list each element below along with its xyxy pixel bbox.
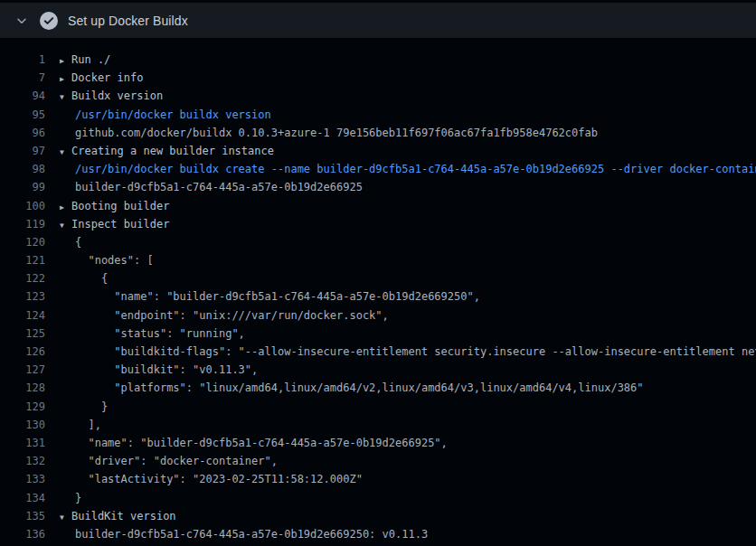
- line-number[interactable]: 95: [0, 106, 45, 124]
- log-line: 1 ▶Run ./: [0, 51, 756, 69]
- log-line: 130 ],: [0, 416, 756, 434]
- log-line: 136 builder-d9cfb5a1-c764-445a-a57e-0b19…: [0, 525, 756, 543]
- log-line: 128 "platforms": "linux/amd64,linux/amd6…: [0, 379, 756, 397]
- group-title[interactable]: Creating a new builder instance: [71, 145, 274, 157]
- line-number[interactable]: 136: [0, 525, 45, 543]
- line-number[interactable]: 94: [0, 87, 45, 105]
- group-collapse-icon[interactable]: ▼: [60, 89, 71, 105]
- line-number[interactable]: 97: [0, 142, 45, 160]
- line-content: ▼Buildx version: [45, 87, 756, 105]
- line-number[interactable]: 135: [0, 507, 45, 525]
- log-line: 123 "name": "builder-d9cfb5a1-c764-445a-…: [0, 287, 756, 306]
- log-line: 133 "lastActivity": "2023-02-25T11:58:12…: [0, 470, 756, 488]
- log-line: 134 }: [0, 489, 756, 507]
- group-title[interactable]: Booting builder: [71, 200, 169, 212]
- line-number[interactable]: 132: [0, 452, 45, 470]
- log-line-text: "nodes": [: [45, 251, 756, 269]
- line-number[interactable]: 124: [0, 306, 45, 325]
- log-line-text: "platforms": "linux/amd64,linux/amd64/v2…: [45, 379, 756, 397]
- log-line: 126 "buildkitd-flags": "--allow-insecure…: [0, 343, 756, 361]
- line-number[interactable]: 123: [0, 287, 45, 306]
- log-line: 121 "nodes": [: [0, 251, 756, 269]
- line-number[interactable]: 134: [0, 489, 45, 507]
- line-number[interactable]: 128: [0, 379, 45, 397]
- line-number[interactable]: 96: [0, 124, 45, 142]
- group-collapse-icon[interactable]: ▼: [60, 217, 71, 233]
- line-number[interactable]: 121: [0, 251, 45, 269]
- line-content: ▶Docker info: [45, 69, 756, 87]
- line-content: ▶Run ./: [45, 51, 756, 69]
- log-line: 132 "driver": "docker-container",: [0, 452, 756, 470]
- command-line-text: /usr/bin/docker buildx create --name bui…: [45, 160, 756, 178]
- line-number[interactable]: 1: [0, 51, 45, 69]
- log-line: 119 ▼Inspect builder: [0, 215, 756, 233]
- line-number[interactable]: 131: [0, 434, 45, 452]
- log-line: 7 ▶Docker info: [0, 69, 756, 87]
- log-viewer: 1 ▶Run ./ 7 ▶Docker info 94 ▼Buildx vers…: [0, 51, 756, 543]
- log-line-text: builder-d9cfb5a1-c764-445a-a57e-0b19d2e6…: [45, 178, 756, 196]
- log-line-text: "lastActivity": "2023-02-25T11:58:12.000…: [45, 470, 756, 488]
- log-line: 131 "name": "builder-d9cfb5a1-c764-445a-…: [0, 434, 756, 452]
- line-content: ▼Inspect builder: [45, 215, 756, 233]
- log-line: 124 "endpoint": "unix:///var/run/docker.…: [0, 306, 756, 325]
- log-line: 96 github.com/docker/buildx 0.10.3+azure…: [0, 124, 756, 142]
- group-title[interactable]: Buildx version: [71, 89, 163, 102]
- group-expand-icon[interactable]: ▶: [60, 71, 71, 87]
- log-line-text: builder-d9cfb5a1-c764-445a-a57e-0b19d2e6…: [45, 525, 756, 543]
- command-line-text: /usr/bin/docker buildx version: [45, 106, 756, 124]
- group-collapse-icon[interactable]: ▼: [60, 509, 71, 525]
- log-line-text: "endpoint": "unix:///var/run/docker.sock…: [45, 306, 756, 325]
- log-line-text: {: [45, 269, 756, 287]
- group-collapse-icon[interactable]: ▼: [60, 144, 71, 160]
- line-number[interactable]: 7: [0, 69, 45, 87]
- log-line-text: "buildkit": "v0.11.3",: [45, 361, 756, 379]
- group-expand-icon[interactable]: ▶: [60, 52, 71, 69]
- log-line-text: "driver": "docker-container",: [45, 452, 756, 470]
- line-number[interactable]: 120: [0, 233, 45, 251]
- line-number[interactable]: 129: [0, 398, 45, 416]
- line-number[interactable]: 133: [0, 470, 45, 488]
- log-line: 125 "status": "running",: [0, 325, 756, 343]
- log-line: 99 builder-d9cfb5a1-c764-445a-a57e-0b19d…: [0, 178, 756, 196]
- log-line: 135 ▼BuildKit version: [0, 507, 756, 525]
- log-line-text: {: [45, 233, 756, 251]
- group-expand-icon[interactable]: ▶: [60, 199, 71, 215]
- log-line-text: "name": "builder-d9cfb5a1-c764-445a-a57e…: [45, 287, 756, 306]
- log-line: 120 {: [0, 233, 756, 251]
- log-line-text: }: [45, 489, 756, 507]
- line-number[interactable]: 126: [0, 343, 45, 361]
- step-header[interactable]: Set up Docker Buildx: [0, 3, 756, 38]
- group-title[interactable]: BuildKit version: [71, 510, 176, 522]
- line-number[interactable]: 99: [0, 178, 45, 196]
- log-line: 98 /usr/bin/docker buildx create --name …: [0, 160, 756, 178]
- log-line: 94 ▼Buildx version: [0, 87, 756, 105]
- line-content: ▶Booting builder: [45, 197, 756, 215]
- log-line-text: github.com/docker/buildx 0.10.3+azure-1 …: [45, 124, 756, 142]
- line-number[interactable]: 122: [0, 269, 45, 287]
- chevron-down-icon[interactable]: [14, 14, 29, 28]
- log-line: 97 ▼Creating a new builder instance: [0, 142, 756, 160]
- log-line-text: ],: [45, 416, 756, 434]
- log-line-text: "buildkitd-flags": "--allow-insecure-ent…: [45, 343, 756, 361]
- line-number[interactable]: 127: [0, 361, 45, 379]
- log-line: 122 {: [0, 269, 756, 287]
- log-line-text: "name": "builder-d9cfb5a1-c764-445a-a57e…: [45, 434, 756, 452]
- log-line-text: "status": "running",: [45, 325, 756, 343]
- log-line: 100 ▶Booting builder: [0, 197, 756, 215]
- log-line: 129 }: [0, 398, 756, 416]
- line-number[interactable]: 100: [0, 197, 45, 215]
- line-content: ▼BuildKit version: [45, 507, 756, 525]
- line-number[interactable]: 125: [0, 325, 45, 343]
- line-number[interactable]: 119: [0, 215, 45, 233]
- log-line: 127 "buildkit": "v0.11.3",: [0, 361, 756, 379]
- group-title[interactable]: Docker info: [71, 71, 143, 84]
- line-number[interactable]: 98: [0, 160, 45, 178]
- step-title: Set up Docker Buildx: [68, 14, 188, 28]
- group-title[interactable]: Run ./: [71, 53, 110, 66]
- group-title[interactable]: Inspect builder: [71, 218, 169, 231]
- log-line: 95 /usr/bin/docker buildx version: [0, 106, 756, 124]
- line-number[interactable]: 130: [0, 416, 45, 434]
- log-line-text: }: [45, 398, 756, 416]
- success-check-icon: [40, 12, 58, 30]
- line-content: ▼Creating a new builder instance: [45, 142, 756, 160]
